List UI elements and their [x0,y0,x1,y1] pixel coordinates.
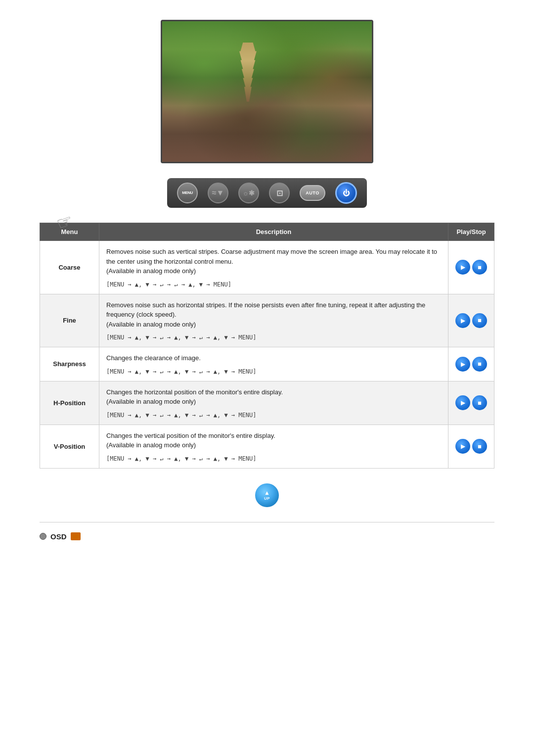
svg-point-2 [211,36,269,103]
playstop-coarse: ▶ ⏹ [448,241,494,294]
svg-point-8 [281,38,335,96]
osd-circle-icon [40,533,46,540]
svg-point-5 [327,50,372,109]
table-row: V-Position Changes the vertical position… [40,425,494,468]
menu-item-vposition: V-Position [40,425,99,468]
header-playstop: Play/Stop [448,223,494,241]
svg-point-15 [170,123,364,162]
menu-item-coarse: Coarse [40,241,99,294]
table-row: Coarse Removes noise such as vertical st… [40,241,494,294]
osd-box-icon [71,532,81,540]
monitor-display [161,20,373,163]
stop-icon-coarse[interactable]: ⏹ [472,260,487,275]
section-divider [40,522,494,522]
svg-rect-9 [255,60,265,118]
svg-rect-16 [163,128,371,162]
svg-point-4 [301,53,355,116]
power-icon: ⏻ [343,189,350,197]
stop-icon-hposition[interactable]: ⏹ [472,395,487,410]
stop-icon-vposition[interactable]: ⏹ [472,439,487,454]
menu-label: MENU [182,191,193,195]
auto-label: AUTO [306,190,319,195]
power-button[interactable]: ⏻ [335,182,357,204]
control-bar: MENU ≈▼ ☼✱ ⊡ AUTO ⏻ [167,178,367,208]
play-icon-hposition[interactable]: ▶ [455,395,470,410]
up-button-wrapper: UP [40,483,494,507]
desc-coarse: Removes noise such as vertical stripes. … [99,241,448,294]
menu-item-hposition: H-Position [40,381,99,425]
auto-button[interactable]: AUTO [300,185,325,201]
control-bar-section: MENU ≈▼ ☼✱ ⊡ AUTO ⏻ ☞ [40,178,494,208]
svg-marker-10 [243,62,267,67]
desc-sharpness: Changes the clearance of image. [MENU → … [99,347,448,381]
stop-icon-sharpness[interactable]: ⏹ [472,357,487,372]
svg-rect-0 [163,21,371,162]
svg-point-18 [194,127,200,133]
play-icon-sharpness[interactable]: ▶ [455,357,470,372]
svg-point-23 [245,138,250,145]
svg-point-3 [253,38,315,111]
svg-marker-12 [245,82,265,87]
up-button[interactable]: UP [255,483,279,507]
play-icon-fine[interactable]: ▶ [455,313,470,328]
garden-svg [162,21,372,162]
menu-button[interactable]: MENU [177,183,198,203]
playstop-sharpness: ▶ ⏹ [448,347,494,381]
svg-point-21 [336,55,355,85]
svg-point-19 [344,132,351,139]
svg-point-7 [243,38,286,87]
menu-item-sharpness: Sharpness [40,347,99,381]
wave-icon: ≈▼ [212,189,224,197]
monitor-image-section [40,20,494,163]
table-row: H-Position Changes the horizontal positi… [40,381,494,425]
table-row: Fine Removes noise such as horizontal st… [40,294,494,347]
svg-rect-14 [253,96,263,116]
wave-button[interactable]: ≈▼ [208,183,228,203]
table-row: Sharpness Changes the clearance of image… [40,347,494,381]
header-description: Description [99,223,448,241]
brightness-button[interactable]: ☼✱ [238,183,259,203]
svg-rect-20 [342,70,350,142]
playstop-hposition: ▶ ⏹ [448,381,494,425]
svg-point-22 [237,136,243,144]
svg-point-6 [197,38,245,92]
svg-marker-13 [246,92,264,96]
play-icon-coarse[interactable]: ▶ [455,260,470,275]
osd-label: OSD [50,532,67,541]
svg-point-24 [281,135,286,142]
svg-point-1 [168,41,235,118]
stop-icon-fine[interactable]: ⏹ [472,313,487,328]
square-icon: ⊡ [276,189,283,198]
playstop-vposition: ▶ ⏹ [448,425,494,468]
desc-hposition: Changes the horizontal position of the m… [99,381,448,425]
svg-point-17 [183,129,191,137]
sun-icon: ☼✱ [243,189,255,197]
osd-row: OSD [40,532,494,541]
playstop-fine: ▶ ⏹ [448,294,494,347]
svg-marker-11 [244,72,266,77]
source-button[interactable]: ⊡ [269,183,290,203]
feature-table: Menu Description Play/Stop Coarse Remove… [40,223,494,469]
desc-vposition: Changes the vertical position of the mon… [99,425,448,468]
menu-item-fine: Fine [40,294,99,347]
desc-fine: Removes noise such as horizontal stripes… [99,294,448,347]
play-icon-vposition[interactable]: ▶ [455,439,470,454]
